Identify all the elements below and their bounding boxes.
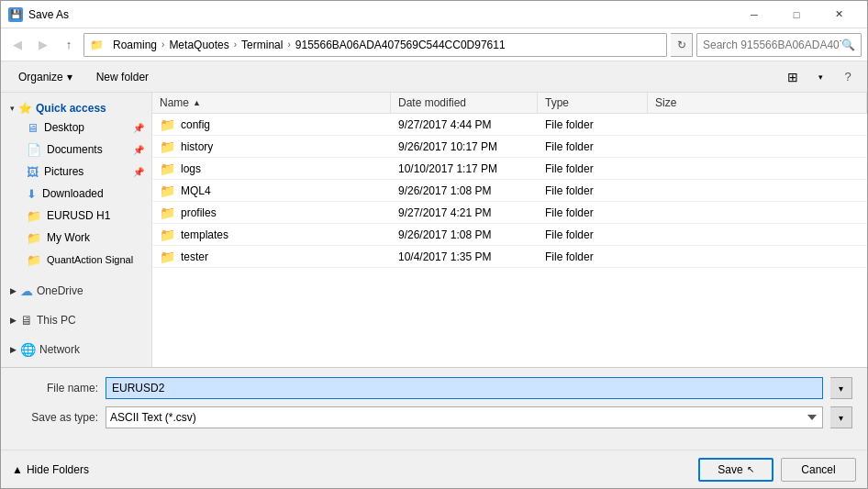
filetype-select[interactable]: ASCII Text (*.csv) CSV (*.csv) Excel (*.… xyxy=(106,406,823,428)
file-size xyxy=(648,189,867,193)
sidebar-divider-3 xyxy=(1,329,151,337)
view-chevron-button[interactable]: ▾ xyxy=(808,65,832,89)
col-type-header[interactable]: Type xyxy=(538,93,648,113)
file-name: 📁 config xyxy=(152,116,391,134)
table-row[interactable]: 📁 MQL4 9/26/2017 1:08 PM File folder xyxy=(152,180,867,202)
filename-label: File name: xyxy=(16,382,98,395)
new-folder-button[interactable]: New folder xyxy=(86,65,159,89)
filename-dropdown[interactable]: ▾ xyxy=(830,377,852,399)
quantaction-icon: 📁 xyxy=(27,253,41,267)
network-label: Network xyxy=(39,343,80,356)
path-guid[interactable]: 915566BA06ADA407569C544CC0D97611 xyxy=(292,38,509,52)
filetype-dropdown[interactable]: ▾ xyxy=(830,406,852,428)
mywork-label: My Work xyxy=(47,231,90,244)
file-type: File folder xyxy=(538,117,648,133)
new-folder-label: New folder xyxy=(96,71,149,83)
file-size xyxy=(648,255,867,259)
sidebar-divider-2 xyxy=(1,300,151,307)
cursor-indicator: ↖ xyxy=(747,464,754,474)
file-type: File folder xyxy=(538,249,648,265)
hide-folders-button[interactable]: ▲ Hide Folders xyxy=(12,463,89,476)
up-button[interactable]: ↑ xyxy=(58,34,80,56)
quantaction-label: QuantAction Signal xyxy=(47,254,133,265)
save-button[interactable]: Save ↖ xyxy=(698,458,773,482)
organize-button[interactable]: Organize ▾ xyxy=(8,65,83,89)
view-button[interactable]: ⊞ xyxy=(781,65,805,89)
close-button[interactable]: ✕ xyxy=(818,1,860,28)
hide-folders-chevron: ▲ xyxy=(12,463,23,476)
quick-access-chevron: ▾ xyxy=(10,104,15,113)
thispc-chevron: ▶ xyxy=(10,316,17,325)
save-label: Save xyxy=(718,463,742,476)
sidebar-item-quantaction[interactable]: 📁 QuantAction Signal xyxy=(1,249,151,271)
refresh-button[interactable]: ↻ xyxy=(671,33,693,57)
forward-button[interactable]: ▶ xyxy=(32,34,54,56)
sidebar-item-pictures[interactable]: 🖼 Pictures 📌 xyxy=(1,161,151,183)
window-controls: ─ □ ✕ xyxy=(733,1,860,28)
table-row[interactable]: 📁 templates 9/26/2017 1:08 PM File folde… xyxy=(152,224,867,246)
sidebar-item-desktop[interactable]: 🖥 Desktop 📌 xyxy=(1,117,151,139)
table-row[interactable]: 📁 profiles 9/27/2017 4:21 PM File folder xyxy=(152,202,867,224)
file-date: 9/27/2017 4:21 PM xyxy=(391,205,538,221)
table-row[interactable]: 📁 tester 10/4/2017 1:35 PM File folder xyxy=(152,246,867,268)
file-size xyxy=(648,211,867,215)
table-row[interactable]: 📁 logs 10/10/2017 1:17 PM File folder xyxy=(152,158,867,180)
path-terminal[interactable]: Terminal xyxy=(238,38,286,52)
sidebar-divider-1 xyxy=(1,271,151,278)
bottom-panel: File name: ▾ Save as type: ASCII Text (*… xyxy=(1,367,867,450)
file-type: File folder xyxy=(538,205,648,221)
back-button[interactable]: ◀ xyxy=(6,34,28,56)
filetype-row: Save as type: ASCII Text (*.csv) CSV (*.… xyxy=(16,406,852,428)
sidebar-item-mywork[interactable]: 📁 My Work xyxy=(1,227,151,249)
cancel-button[interactable]: Cancel xyxy=(781,458,856,482)
thispc-icon: 🖥 xyxy=(20,313,33,328)
filename-row: File name: ▾ xyxy=(16,377,852,399)
help-button[interactable]: ? xyxy=(836,65,860,89)
organize-label: Organize xyxy=(18,71,63,83)
thispc-header[interactable]: ▶ 🖥 This PC xyxy=(1,307,151,329)
table-row[interactable]: 📁 config 9/27/2017 4:44 PM File folder xyxy=(152,114,867,136)
thispc-label: This PC xyxy=(37,314,76,327)
hide-folders-label: Hide Folders xyxy=(27,463,89,476)
search-input[interactable] xyxy=(703,39,841,51)
address-bar: ◀ ▶ ↑ 📁 Roaming › MetaQuotes › Terminal … xyxy=(1,28,867,61)
network-header[interactable]: ▶ 🌐 Network xyxy=(1,337,151,359)
filename-input[interactable] xyxy=(106,377,823,399)
sidebar-item-downloaded[interactable]: ⬇ Downloaded xyxy=(1,183,151,205)
folder-icon: 📁 xyxy=(160,139,175,154)
maximize-button[interactable]: □ xyxy=(775,1,818,28)
folder-icon: 📁 xyxy=(160,228,175,242)
path-icon: 📁 xyxy=(90,39,104,51)
path-metaquotes[interactable]: MetaQuotes xyxy=(165,38,232,52)
onedrive-header[interactable]: ▶ ☁ OneDrive xyxy=(1,278,151,300)
desktop-icon: 🖥 xyxy=(27,121,39,135)
quick-access-header[interactable]: ▾ ⭐ Quick access xyxy=(1,96,151,117)
file-list: Name ▲ Date modified Type Size 📁 config xyxy=(152,93,867,367)
file-name: 📁 profiles xyxy=(152,204,391,222)
minimize-button[interactable]: ─ xyxy=(733,1,775,28)
pictures-label: Pictures xyxy=(44,165,83,178)
file-name: 📁 tester xyxy=(152,248,391,266)
quick-access-icon: ⭐ xyxy=(18,102,32,115)
col-date-header[interactable]: Date modified xyxy=(391,93,538,113)
folder-icon: 📁 xyxy=(160,117,175,132)
file-rows-container: 📁 config 9/27/2017 4:44 PM File folder 📁… xyxy=(152,114,867,268)
col-size-header[interactable]: Size xyxy=(648,93,867,113)
address-path[interactable]: 📁 Roaming › MetaQuotes › Terminal › 9155… xyxy=(83,33,667,57)
sidebar-item-eurusd[interactable]: 📁 EURUSD H1 xyxy=(1,205,151,227)
table-row[interactable]: 📁 history 9/26/2017 10:17 PM File folder xyxy=(152,136,867,158)
file-date: 9/26/2017 10:17 PM xyxy=(391,139,538,155)
sidebar: ▾ ⭐ Quick access 🖥 Desktop 📌 📄 Documents… xyxy=(1,93,152,367)
toolbar: Organize ▾ New folder ⊞ ▾ ? xyxy=(1,61,867,93)
filetype-label: Save as type: xyxy=(16,411,98,424)
file-size xyxy=(648,123,867,127)
col-name-header[interactable]: Name ▲ xyxy=(152,93,391,113)
eurusd-icon: 📁 xyxy=(27,209,41,223)
file-date: 9/27/2017 4:44 PM xyxy=(391,117,538,133)
file-type: File folder xyxy=(538,139,648,155)
path-roaming[interactable]: Roaming xyxy=(109,38,161,52)
sidebar-item-documents[interactable]: 📄 Documents 📌 xyxy=(1,139,151,161)
eurusd-label: EURUSD H1 xyxy=(47,209,110,222)
pictures-icon: 🖼 xyxy=(27,165,39,179)
documents-icon: 📄 xyxy=(27,143,41,157)
